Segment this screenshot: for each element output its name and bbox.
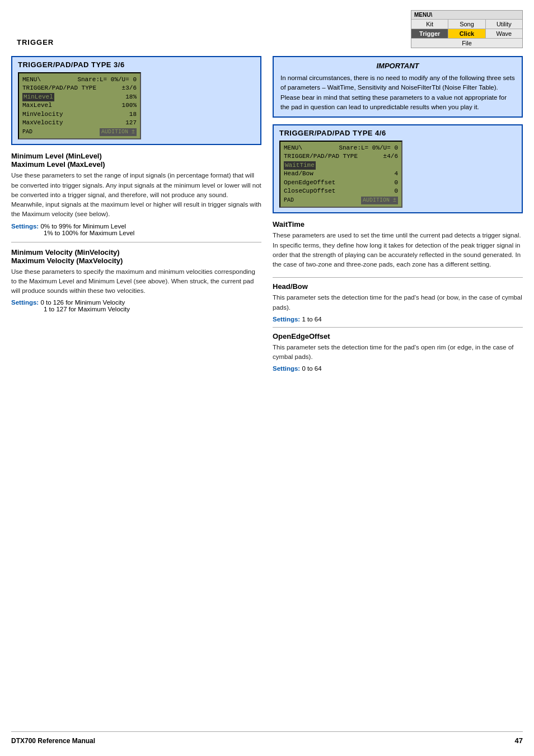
lcd2-headbow-value: 4 [394, 170, 398, 178]
minvelocity-settings-val1: 0 to 126 for Minimum Velocity [40, 299, 125, 306]
lcd1-maxvelocity-label: MaxVelocity [22, 119, 63, 127]
right-section-title: TRIGGER/PAD/PAD TYPE 4/6 [279, 129, 516, 137]
lcd-screen-2: MENU\ Snare:L= 0%/U= 0 TRIGGER/PAD/PAD T… [279, 141, 402, 208]
minlevel-body: Use these parameters to set the range of… [11, 171, 261, 219]
minvelocity-settings-label: Settings: [11, 299, 39, 306]
important-text: In normal circumstances, there is no nee… [280, 73, 515, 112]
waittime-title: WaitTime [273, 220, 523, 228]
lcd2-pad-label: PAD [284, 197, 294, 204]
footer-page-number: 47 [515, 736, 523, 745]
lcd2-waittime-label: WaitTime [284, 161, 316, 170]
lcd2-openedge-row: OpenEdgeOffset 0 [284, 179, 398, 187]
lcd1-maxvelocity-row: MaxVelocity 127 [22, 119, 137, 127]
nav-row-3: File [411, 39, 522, 48]
lcd1-snare-label: Snare:L= 0%/U= 0 [77, 76, 137, 84]
left-section-title: TRIGGER/PAD/PAD TYPE 3/6 [18, 60, 255, 69]
minmax-velocity-section: Minimum Velocity (MinVelocity) Maximum V… [11, 248, 261, 319]
minlevel-settings-label: Settings: [11, 223, 39, 230]
lcd1-minlevel-row: MinLevel 18% [22, 93, 137, 101]
nav-trigger[interactable]: Trigger [411, 29, 448, 38]
headbow-settings-label: Settings: [273, 316, 300, 323]
lcd2-closecup-row: CloseCupOffset 0 [284, 187, 398, 195]
nav-row-2: Trigger Click Wave [411, 29, 522, 39]
page-title: TRIGGER [17, 38, 54, 46]
important-title: IMPORTANT [280, 62, 515, 70]
lcd1-minvelocity-label: MinVelocity [22, 110, 63, 119]
lcd2-openedge-label: OpenEdgeOffset [284, 179, 335, 187]
lcd2-audition-label: AUDITION ± [361, 197, 398, 204]
nav-row-1: Kit Song Utility [411, 20, 522, 29]
lcd2-openedge-value: 0 [394, 179, 398, 187]
openedge-title: OpenEdgeOffset [273, 332, 523, 340]
nav-click[interactable]: Click [448, 29, 485, 38]
openedge-body: This parameter sets the detection time f… [273, 343, 523, 362]
lcd2-menu-label: MENU\ [284, 144, 302, 152]
openedge-settings: Settings: 0 to 64 [273, 365, 523, 372]
left-section-box: TRIGGER/PAD/PAD TYPE 3/6 MENU\ Snare:L= … [11, 56, 261, 145]
lcd1-maxlevel-label: MaxLevel [22, 101, 52, 110]
nav-song[interactable]: Song [448, 20, 485, 29]
lcd2-waittime-row: WaitTime [284, 161, 398, 170]
headbow-title: Head/Bow [273, 282, 523, 291]
lcd1-minlevel-label: MinLevel [22, 93, 54, 101]
lcd1-maxlevel-value: 100% [122, 101, 137, 110]
minmax-level-section: Minimum Level (MinLevel) Maximum Level (… [11, 152, 261, 242]
lcd1-maxlevel-row: MaxLevel 100% [22, 101, 137, 110]
nav-utility[interactable]: Utility [486, 20, 522, 29]
minlevel-title: Minimum Level (MinLevel) Maximum Level (… [11, 152, 261, 169]
nav-menu-label: MENU\ [411, 11, 522, 20]
minlevel-settings: Settings: 0% to 99% for Minimum Level [11, 223, 261, 230]
headbow-body: This parameter sets the detection time f… [273, 293, 523, 312]
main-content: TRIGGER/PAD/PAD TYPE 3/6 MENU\ Snare:L= … [11, 56, 523, 722]
lcd2-type-label: TRIGGER/PAD/PAD TYPE [284, 152, 358, 161]
lcd2-row2: TRIGGER/PAD/PAD TYPE ±4/6 [284, 152, 398, 161]
footer-manual-title: DTX700 Reference Manual [11, 737, 95, 745]
lcd1-maxvelocity-value: 127 [125, 119, 137, 127]
openedge-section: OpenEdgeOffset This parameter sets the d… [273, 332, 523, 377]
openedge-settings-val: 0 to 64 [302, 365, 321, 372]
nav-wave[interactable]: Wave [486, 29, 522, 38]
minvelocity-settings-val2: 1 to 127 for Maximum Velocity [44, 306, 261, 312]
minvelocity-title: Minimum Velocity (MinVelocity) Maximum V… [11, 248, 261, 265]
minvelocity-settings: Settings: 0 to 126 for Minimum Velocity [11, 299, 261, 306]
nav-kit[interactable]: Kit [411, 20, 448, 29]
openedge-settings-label: Settings: [273, 365, 300, 372]
important-box: IMPORTANT In normal circumstances, there… [273, 56, 523, 118]
lcd2-headbow-label: Head/Bow [284, 170, 313, 178]
right-section-box: TRIGGER/PAD/PAD TYPE 4/6 MENU\ Snare:L= … [273, 124, 523, 213]
lcd1-page: ±3/6 [122, 84, 137, 92]
lcd2-snare-label: Snare:L= 0%/U= 0 [339, 144, 398, 152]
lcd2-closecup-value: 0 [394, 187, 398, 195]
lcd1-row1: MENU\ Snare:L= 0%/U= 0 [22, 76, 137, 84]
lcd1-minlevel-value: 18% [125, 93, 137, 101]
lcd1-bottom-row: PAD AUDITION ± [22, 128, 137, 136]
top-navigation: MENU\ Kit Song Utility Trigger Click Wav… [411, 10, 523, 48]
waittime-section: WaitTime These parameters are used to se… [273, 220, 523, 278]
lcd2-bottom-row: PAD AUDITION ± [284, 197, 398, 204]
headbow-settings-val: 1 to 64 [302, 316, 321, 323]
lcd1-minvelocity-row: MinVelocity 18 [22, 110, 137, 119]
headbow-settings: Settings: 1 to 64 [273, 316, 523, 323]
minlevel-settings-val1: 0% to 99% for Minimum Level [40, 223, 126, 230]
headbow-section: Head/Bow This parameter sets the detecti… [273, 282, 523, 328]
page-footer: DTX700 Reference Manual 47 [11, 731, 523, 745]
lcd2-page: ±4/6 [383, 152, 398, 161]
left-column: TRIGGER/PAD/PAD TYPE 3/6 MENU\ Snare:L= … [11, 56, 261, 722]
lcd1-type-label: TRIGGER/PAD/PAD TYPE [22, 84, 96, 92]
nav-file[interactable]: File [411, 39, 522, 48]
lcd-screen-1: MENU\ Snare:L= 0%/U= 0 TRIGGER/PAD/PAD T… [18, 72, 141, 139]
lcd2-row1: MENU\ Snare:L= 0%/U= 0 [284, 144, 398, 152]
lcd1-row2: TRIGGER/PAD/PAD TYPE ±3/6 [22, 84, 137, 92]
lcd2-closecup-label: CloseCupOffset [284, 187, 335, 195]
minlevel-settings-val2: 1% to 100% for Maximum Level [44, 230, 261, 236]
minvelocity-body: Use these parameters to specify the maxi… [11, 267, 261, 296]
lcd1-menu-label: MENU\ [22, 76, 41, 84]
right-column: IMPORTANT In normal circumstances, there… [273, 56, 523, 722]
lcd1-audition-label: AUDITION ± [100, 128, 137, 136]
lcd1-pad-label: PAD [22, 128, 32, 136]
lcd1-minvelocity-value: 18 [129, 110, 137, 119]
lcd2-headbow-row: Head/Bow 4 [284, 170, 398, 178]
waittime-body: These parameters are used to set the tim… [273, 231, 523, 269]
